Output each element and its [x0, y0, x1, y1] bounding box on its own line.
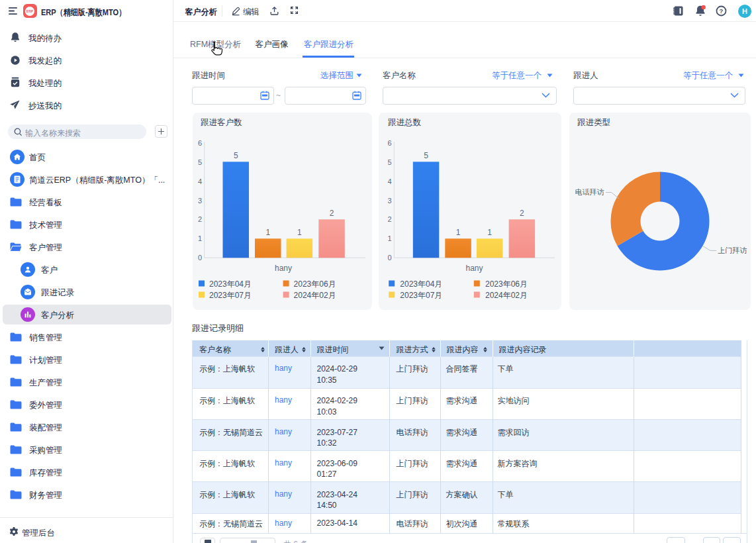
svg-text:2023年04月: 2023年04月 [209, 279, 252, 289]
svg-text:电话拜访: 电话拜访 [575, 188, 604, 196]
svg-text:6: 6 [198, 139, 202, 147]
svg-text:2023年07月: 2023年07月 [400, 291, 442, 300]
svg-text:4: 4 [198, 177, 202, 185]
svg-text:3: 3 [198, 197, 202, 205]
svg-text:2: 2 [198, 215, 202, 223]
svg-text:2023年07月: 2023年07月 [209, 291, 252, 300]
svg-text:1: 1 [297, 228, 302, 237]
svg-text:3: 3 [387, 197, 391, 205]
svg-text:2024年02月: 2024年02月 [485, 291, 528, 300]
svg-text:?: ? [720, 7, 724, 15]
svg-text:1: 1 [456, 228, 461, 237]
svg-text:0: 0 [387, 254, 391, 262]
svg-text:hany: hany [465, 264, 483, 273]
svg-text:2: 2 [520, 209, 524, 218]
svg-text:5: 5 [234, 151, 238, 160]
svg-text:2023年06月: 2023年06月 [294, 279, 336, 289]
svg-text:hany: hany [275, 264, 292, 273]
svg-text:5: 5 [198, 158, 202, 166]
svg-text:5: 5 [424, 151, 428, 160]
svg-text:5: 5 [387, 158, 391, 166]
svg-text:2: 2 [330, 209, 334, 218]
svg-text:1: 1 [198, 234, 202, 242]
svg-text:2024年02月: 2024年02月 [294, 291, 336, 300]
svg-text:1: 1 [265, 228, 270, 237]
svg-text:4: 4 [387, 177, 391, 185]
svg-text:2: 2 [387, 215, 391, 223]
svg-text:1: 1 [487, 228, 492, 237]
svg-text:上门拜访: 上门拜访 [718, 246, 747, 254]
svg-text:2023年04月: 2023年04月 [400, 279, 442, 289]
svg-text:6: 6 [387, 139, 391, 147]
svg-text:1: 1 [387, 234, 391, 242]
svg-text:0: 0 [198, 254, 202, 262]
svg-text:2023年06月: 2023年06月 [485, 279, 528, 289]
